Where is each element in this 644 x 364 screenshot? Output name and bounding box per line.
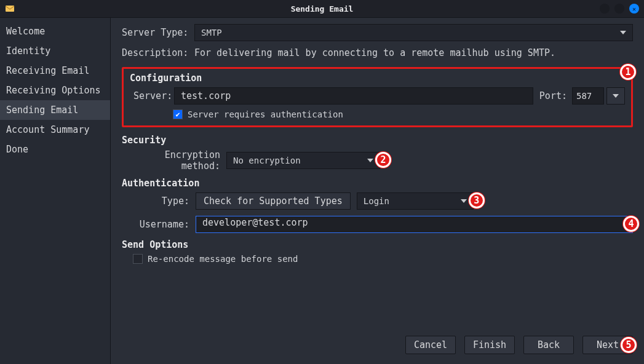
sidebar-item-label: Identity — [6, 46, 50, 57]
sidebar-item-label: Receiving Options — [6, 85, 101, 96]
annotation-marker-3: 3 — [469, 192, 485, 208]
authentication-heading: Authentication — [122, 178, 633, 189]
port-input[interactable]: 587 — [572, 87, 604, 105]
sidebar-item-identity[interactable]: Identity — [0, 41, 110, 61]
sidebar-item-receiving-options[interactable]: Receiving Options — [0, 81, 110, 100]
footer: Cancel Finish Back Next — [122, 327, 633, 364]
annotation-marker-4: 4 — [623, 216, 639, 232]
close-button[interactable] — [629, 4, 639, 14]
configuration-section: Configuration Server: Port: 587 Server r… — [122, 67, 633, 127]
sidebar-item-label: Welcome — [6, 26, 45, 37]
sidebar-item-label: Sending Email — [6, 105, 78, 116]
port-value: 587 — [576, 91, 592, 101]
maximize-button[interactable] — [614, 4, 624, 14]
main-panel: Server Type: SMTP Description:For delive… — [111, 18, 644, 364]
check-supported-types-label: Check for Supported Types — [204, 196, 343, 207]
sidebar-item-account-summary[interactable]: Account Summary — [0, 120, 110, 140]
send-options-heading: Send Options — [122, 239, 633, 250]
description-text: For delivering mail by connecting to a r… — [194, 47, 555, 58]
username-label: Username: — [122, 219, 196, 230]
sidebar: Welcome Identity Receiving Email Receivi… — [0, 18, 111, 364]
reencode-label: Re-encode message before send — [148, 254, 298, 264]
window-controls — [600, 4, 639, 14]
annotation-marker-2: 2 — [375, 152, 391, 168]
titlebar: Sending Email — [0, 0, 644, 17]
server-input-field[interactable] — [180, 90, 528, 102]
description-label: Description: — [122, 47, 194, 58]
server-input[interactable] — [174, 87, 533, 105]
requires-auth-label: Server requires authentication — [188, 109, 343, 119]
server-type-select[interactable]: SMTP — [194, 24, 633, 41]
sidebar-item-receiving-email[interactable]: Receiving Email — [0, 61, 110, 81]
sidebar-item-done[interactable]: Done — [0, 140, 110, 159]
sidebar-item-label: Account Summary — [6, 124, 89, 135]
server-type-value: SMTP — [201, 28, 222, 38]
auth-type-select[interactable]: Login — [357, 192, 474, 210]
mail-icon — [5, 4, 15, 14]
minimize-button[interactable] — [600, 4, 610, 14]
encryption-select[interactable]: No encryption — [226, 152, 380, 169]
server-label: Server: — [130, 90, 174, 101]
reencode-checkbox[interactable] — [133, 254, 143, 264]
back-button[interactable]: Back — [523, 336, 574, 354]
window-title: Sending Email — [0, 4, 644, 14]
server-type-label: Server Type: — [122, 27, 194, 38]
auth-type-value: Login — [364, 196, 389, 206]
encryption-value: No encryption — [233, 156, 301, 165]
sidebar-item-sending-email[interactable]: Sending Email — [0, 100, 110, 120]
sidebar-item-welcome[interactable]: Welcome — [0, 22, 110, 41]
svg-rect-0 — [6, 6, 14, 12]
auth-type-label: Type: — [122, 196, 196, 207]
port-label: Port: — [539, 90, 567, 101]
configuration-heading: Configuration — [130, 73, 625, 84]
sidebar-item-label: Done — [6, 144, 28, 155]
annotation-marker-1: 1 — [620, 64, 636, 80]
requires-auth-checkbox[interactable] — [173, 109, 183, 119]
check-supported-types-button[interactable]: Check for Supported Types — [196, 192, 351, 210]
encryption-label: Encryption method: — [122, 149, 226, 172]
port-dropdown-button[interactable] — [606, 87, 625, 105]
username-input-field[interactable] — [201, 216, 627, 229]
security-heading: Security — [122, 135, 633, 146]
username-input[interactable] — [196, 216, 633, 233]
cancel-button[interactable]: Cancel — [405, 336, 456, 354]
sidebar-item-label: Receiving Email — [6, 65, 89, 76]
finish-button[interactable]: Finish — [464, 336, 515, 354]
annotation-marker-5: 5 — [621, 337, 637, 353]
